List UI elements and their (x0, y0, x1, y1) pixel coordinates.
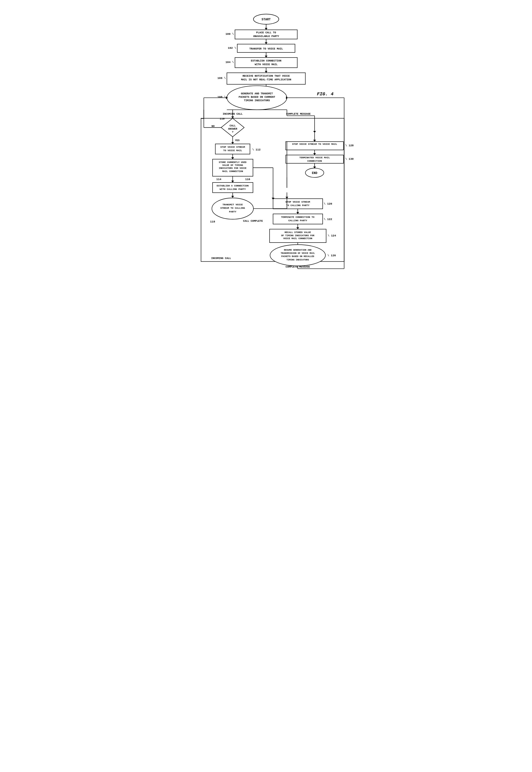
n108-text1: GENERATE AND TRANSMIT (241, 92, 273, 95)
n108-text3: TIMING INDICATORS (244, 99, 270, 102)
n120-text2: TO CALLING PARTY (286, 204, 309, 207)
n118-text1: TRANSMIT VOICE (222, 203, 243, 206)
n124-num: \ 124 (328, 234, 336, 237)
svg-marker-8 (265, 56, 267, 58)
n113-text4: MAIL CONNECTION (222, 170, 243, 173)
svg-rect-35 (213, 182, 253, 192)
svg-marker-11 (265, 71, 267, 73)
svg-marker-21 (313, 131, 316, 133)
complete-msg-top: COMPLETE MESSAGE (286, 112, 310, 115)
n112-text2: TO VOICE MAIL (223, 149, 242, 152)
svg-marker-37 (231, 196, 234, 198)
n106-text: RECEIVE NOTIFICATION THAT VOICE (242, 74, 290, 77)
svg-rect-54 (273, 214, 323, 224)
n113-text3: INDICATORS FOR VOICE (219, 167, 246, 169)
n126-num: \ 126 (327, 254, 336, 257)
svg-marker-5 (265, 42, 267, 44)
n102-num: 102 \ (228, 47, 236, 49)
n106-text2: MAIL IS NOT REAL-TIME APPLICATION (241, 78, 291, 81)
n102-text: TRANSFER TO VOICE MAIL (249, 47, 283, 50)
n113-text1: STORE CURRENTLY USED (219, 161, 246, 164)
n104-text: ESTABLISH CONNECTION (251, 59, 281, 62)
n120-text1: STOP VOICE STREAM (285, 201, 310, 203)
n120-num: \ 120 (324, 202, 332, 205)
start-label: START (261, 18, 271, 21)
n100-num: 100 \ (225, 33, 234, 36)
n100-text: PLACE CALL TO (256, 31, 276, 34)
n118-text3: PARTY (229, 210, 236, 213)
n122-num: \ 122 (324, 218, 332, 221)
n108-num: 108 \ (217, 96, 226, 98)
svg-marker-34 (231, 180, 234, 182)
n114-label: 114 (216, 178, 221, 181)
n110-text3: ? (232, 131, 233, 133)
flowchart-svg: START PLACE CALL TO UNAVAILABLE PARTY 10… (185, 12, 347, 266)
n126-text1: RESUME GENERATION AND (284, 249, 311, 251)
svg-marker-2 (265, 28, 267, 30)
n130-text2: CONNECTION (307, 160, 322, 162)
n114-text1: ESTABLISH A CONNECTION (217, 184, 248, 187)
n124-text3: VOICE MAIL CONNECTION (283, 237, 312, 240)
n104-text2: WITH VOICE MAIL (255, 63, 277, 66)
svg-marker-40 (313, 140, 316, 142)
page: START PLACE CALL TO UNAVAILABLE PARTY 10… (180, 5, 352, 274)
svg-marker-43 (313, 153, 316, 155)
n118-text2: STREAM TO CALLING (220, 207, 245, 209)
n126-text3: PACKETS BASED ON RECALLED (281, 255, 314, 258)
fig-label: FIG. 4 (317, 91, 333, 97)
svg-rect-51 (273, 199, 323, 209)
n128-text1: STOP VOICE STREAM TO VOICE MAIL (292, 143, 337, 145)
n128-num: \ 128 (345, 144, 354, 147)
n110-num: 110 (219, 117, 225, 120)
n126-text4: TIMING INDICATORS (286, 259, 309, 261)
call-complete: CALL COMPLETE (243, 219, 263, 222)
n130-text1: TERMINATED VOICE MAIL (299, 156, 330, 159)
n112-num: \ 112 (252, 148, 260, 151)
n124-text1: RECALL STORED VALUE (284, 231, 311, 234)
n122-text2: CALLING PARTY (288, 219, 307, 222)
no-label: NO (211, 125, 214, 128)
n112-text1: STOP VOICE STREAM (220, 146, 245, 148)
n110-text1: CALL (229, 124, 236, 127)
n106-num: 106 \ (217, 77, 226, 80)
n122-text1: TERMINATE CONNECTION TO (281, 216, 314, 218)
svg-marker-53 (296, 212, 299, 214)
n110-text2: ANSWER (228, 127, 237, 130)
svg-marker-56 (296, 227, 299, 229)
n116-label: 116 (245, 178, 250, 181)
svg-marker-49 (285, 197, 288, 199)
n104-num: 104 \ (225, 61, 234, 64)
n126-text2: TRANSMISSION OF VOICE MAIL (281, 252, 315, 254)
incoming-call-bottom: INCOMING CALL (211, 257, 231, 260)
n100-text2: UNAVAILABLE PARTY (253, 35, 279, 38)
n108-text2: PACKETS BASED ON CURRENT (238, 96, 275, 98)
svg-marker-31 (231, 157, 234, 159)
n118-num: 118 (210, 220, 215, 223)
yes-label: YES (235, 139, 239, 142)
n130-num: \ 130 (345, 157, 354, 160)
n113-text2: VALUE OF TIMING (222, 164, 243, 167)
n124-text2: OF TIMING INDICATORS FOR (281, 234, 314, 237)
n114-text2: WITH CALLING PARTY (219, 188, 246, 191)
svg-marker-28 (231, 142, 234, 144)
end-label: END (312, 171, 317, 175)
